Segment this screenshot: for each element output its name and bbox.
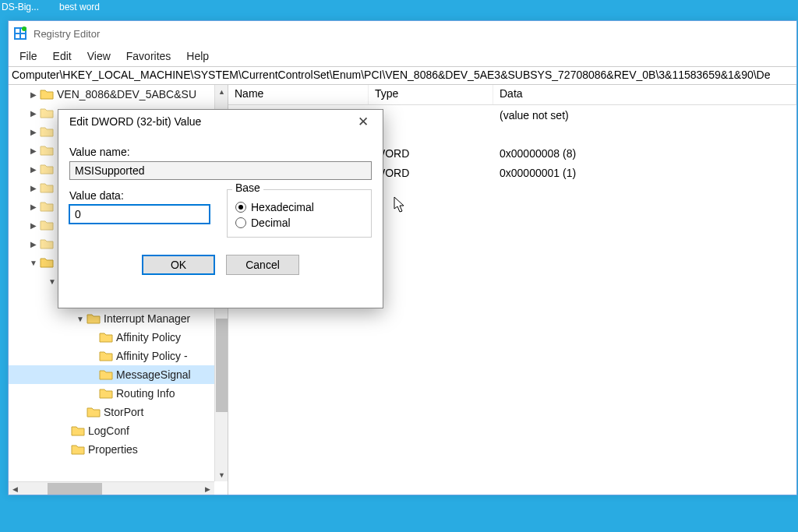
menu-favorites[interactable]: Favorites	[120, 48, 178, 64]
tree-item-label: Properties	[88, 443, 138, 456]
value-name-label: Value name:	[69, 146, 372, 158]
tree-item-label: Interrupt Manager	[104, 312, 190, 325]
dialog-title-bar[interactable]: Edit DWORD (32-bit) Value ✕	[58, 110, 383, 133]
chevron-right-icon[interactable]: ▶	[27, 203, 40, 211]
scroll-right-icon[interactable]: ▶	[201, 482, 214, 495]
tree-item-label: StorPort	[104, 406, 143, 418]
scroll-thumb[interactable]	[48, 483, 102, 495]
tree-item-routing-info[interactable]: Routing Info	[9, 384, 228, 403]
ok-button[interactable]: OK	[142, 255, 215, 275]
tree-item-interrupt-manager[interactable]: ▼ Interrupt Manager	[9, 309, 228, 328]
folder-icon	[40, 238, 54, 249]
radio-label: Hexadecimal	[251, 201, 314, 213]
folder-icon	[99, 388, 113, 399]
column-header-name[interactable]: Name	[228, 85, 369, 104]
dialog-buttons: OK Cancel	[69, 255, 372, 275]
cell-data: 0x00000008 (8)	[493, 147, 796, 160]
chevron-right-icon[interactable]: ▶	[27, 146, 40, 155]
desktop-shortcut-2[interactable]: best word	[59, 2, 100, 12]
tree-item-logconf[interactable]: LogConf	[9, 421, 228, 440]
folder-icon	[40, 164, 54, 174]
tree-item-label: MessageSignal	[116, 368, 191, 381]
chevron-right-icon[interactable]: ▶	[27, 221, 40, 230]
scroll-thumb[interactable]	[216, 319, 228, 412]
menu-file[interactable]: File	[13, 48, 44, 64]
svg-point-5	[22, 26, 26, 31]
chevron-right-icon[interactable]: ▶	[27, 90, 40, 99]
folder-icon	[40, 126, 54, 137]
folder-icon	[99, 369, 113, 380]
folder-icon	[87, 313, 101, 324]
tree-item-label: LogConf	[88, 425, 129, 437]
value-name-field[interactable]	[69, 161, 372, 180]
cell-data: (value not set)	[493, 109, 796, 122]
folder-icon	[71, 444, 85, 455]
folder-icon	[40, 145, 54, 156]
folder-icon	[40, 182, 54, 193]
svg-rect-4	[21, 34, 25, 38]
cell-type: WORD	[369, 147, 493, 160]
column-header-data[interactable]: Data	[493, 85, 796, 104]
dialog-title: Edit DWORD (32-bit) Value	[69, 115, 201, 128]
close-icon[interactable]: ✕	[351, 114, 375, 130]
desktop-shortcut-1[interactable]: DS-Big...	[2, 2, 39, 12]
radio-label: Decimal	[251, 217, 291, 229]
edit-dword-dialog: Edit DWORD (32-bit) Value ✕ Value name: …	[58, 109, 383, 308]
tree-item-label: Routing Info	[116, 387, 175, 400]
menu-edit[interactable]: Edit	[47, 48, 78, 64]
list-header: Name Type Data	[228, 85, 796, 105]
chevron-right-icon[interactable]: ▶	[27, 128, 40, 136]
folder-icon	[40, 201, 54, 212]
tree-item-storport[interactable]: StorPort	[9, 403, 228, 421]
tree-horizontal-scrollbar[interactable]: ◀ ▶	[9, 481, 214, 495]
chevron-right-icon[interactable]: ▶	[27, 184, 40, 192]
folder-icon	[40, 257, 54, 268]
tree-item-affinity-policy[interactable]: Affinity Policy	[9, 328, 228, 347]
value-data-field[interactable]	[69, 205, 210, 224]
chevron-right-icon[interactable]: ▶	[27, 165, 40, 174]
chevron-right-icon[interactable]: ▶	[27, 240, 40, 248]
svg-rect-3	[16, 34, 19, 38]
regedit-app-icon	[13, 26, 27, 41]
chevron-down-icon[interactable]: ▼	[46, 277, 58, 286]
window-title-bar: Registry Editor	[9, 21, 796, 46]
cell-data: 0x00000001 (1)	[493, 167, 796, 179]
scroll-down-icon[interactable]: ▼	[215, 468, 228, 481]
scroll-left-icon[interactable]: ◀	[9, 482, 22, 495]
menu-help[interactable]: Help	[180, 48, 215, 64]
tree-item-label: Affinity Policy	[116, 331, 181, 344]
window-title: Registry Editor	[34, 28, 100, 40]
address-bar[interactable]: Computer\HKEY_LOCAL_MACHINE\SYSTEM\Curre…	[9, 66, 796, 85]
cancel-button[interactable]: Cancel	[226, 255, 299, 275]
value-data-label: Value data:	[69, 189, 210, 202]
radio-hexadecimal[interactable]: Hexadecimal	[235, 201, 363, 213]
cell-type: WORD	[369, 167, 493, 179]
column-header-type[interactable]: Type	[369, 85, 493, 104]
radio-decimal[interactable]: Decimal	[235, 217, 363, 229]
tree-item-message-signal[interactable]: MessageSignal	[9, 365, 228, 384]
tree-item-collapsed[interactable]: ▶ VEN_8086&DEV_5ABC&SU	[9, 85, 228, 104]
scroll-up-icon[interactable]: ▲	[215, 85, 228, 98]
base-groupbox: Base Hexadecimal Decimal	[227, 189, 372, 238]
radio-icon[interactable]	[235, 202, 246, 213]
svg-rect-1	[16, 29, 19, 33]
dialog-body: Value name: Value data: Base Hexadecimal…	[58, 133, 383, 278]
tree-item-label: VEN_8086&DEV_5ABC&SU	[57, 88, 196, 100]
radio-icon[interactable]	[235, 217, 246, 228]
folder-icon	[40, 107, 54, 118]
tree-item-affinity-policy-2[interactable]: Affinity Policy -	[9, 347, 228, 365]
menu-bar: File Edit View Favorites Help	[9, 46, 796, 66]
folder-icon	[40, 89, 54, 100]
menu-view[interactable]: View	[81, 48, 117, 64]
tree-item-label: Affinity Policy -	[116, 350, 188, 362]
base-group-label: Base	[232, 181, 263, 194]
tree-item-properties[interactable]: Properties	[9, 440, 228, 459]
folder-icon	[99, 332, 113, 343]
folder-icon	[40, 220, 54, 231]
chevron-down-icon[interactable]: ▼	[74, 315, 87, 323]
chevron-down-icon[interactable]: ▼	[27, 259, 40, 267]
chevron-right-icon[interactable]: ▶	[27, 109, 40, 118]
folder-icon	[87, 407, 101, 417]
folder-icon	[71, 425, 85, 436]
desktop-taskbar-icons: DS-Big... best word	[0, 0, 798, 14]
